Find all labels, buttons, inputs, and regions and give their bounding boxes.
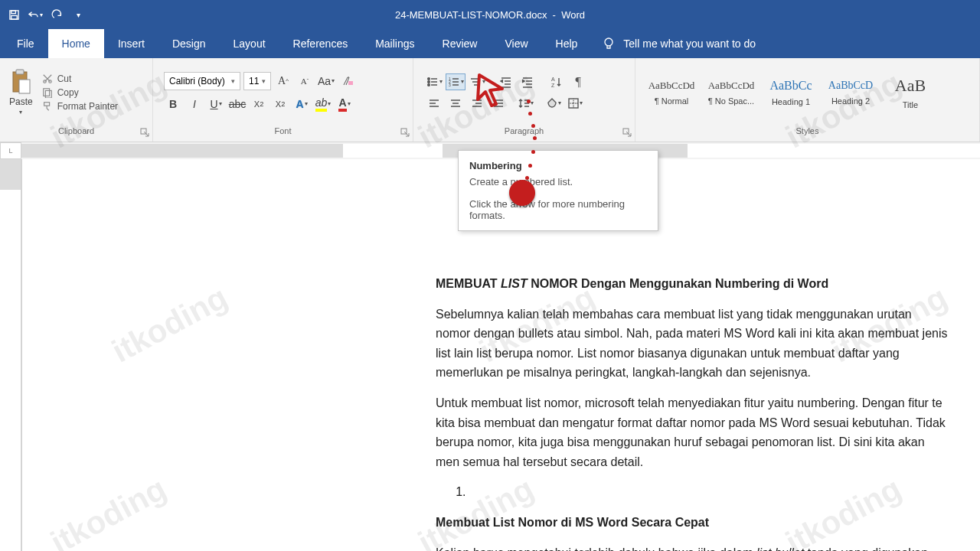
tell-me-search[interactable]: Tell me what you want to do [591,29,766,58]
numbering-tooltip: Numbering Create a numbered list. Click … [458,150,658,231]
vertical-ruler[interactable] [0,159,21,551]
align-center-button[interactable] [446,95,466,112]
undo-icon[interactable]: ▾ [24,4,46,25]
tab-help[interactable]: Help [542,29,592,58]
style-heading-1[interactable]: AaBbCcHeading 1 [761,67,821,119]
line-spacing-button[interactable]: ▾ [516,95,536,112]
list-item [469,482,949,502]
change-case-button[interactable]: Aa [317,72,335,90]
align-left-button[interactable] [424,95,444,112]
doc-paragraph: Untuk membuat list nomor, microsoft tela… [436,393,949,471]
svg-rect-6 [19,80,30,93]
doc-paragraph: Sebelumnya kalian telah membahas cara me… [436,305,949,383]
font-color-button[interactable]: A [335,95,354,113]
svg-text:3: 3 [449,83,451,87]
style--no-spac-[interactable]: AaBbCcDd¶ No Spac... [701,67,761,119]
svg-rect-2 [11,15,17,19]
tab-review[interactable]: Review [429,29,492,58]
grow-font-button[interactable]: A^ [274,72,292,90]
svg-text:Z: Z [551,83,555,88]
svg-rect-11 [44,102,49,105]
window-title: 24-MEMBUAT-LIST-NOMOR.docx - Word [92,9,888,21]
sort-button[interactable]: AZ [547,73,567,90]
show-hide-marks-button[interactable]: ¶ [568,73,588,90]
highlight-color-button[interactable]: ab [314,95,332,113]
italic-button[interactable]: I [185,95,204,113]
format-painter-button[interactable]: Format Painter [42,101,118,112]
underline-button[interactable]: U [207,95,225,113]
paste-button[interactable]: Paste ▾ [5,69,38,116]
styles-group-label: Styles [796,126,819,135]
tab-view[interactable]: View [491,29,541,58]
svg-rect-13 [348,81,353,85]
redo-icon[interactable] [46,4,67,25]
font-name-combo[interactable]: Calibri (Body)▾ [164,72,240,90]
doc-paragraph: Kalian harus mengetahui terlebih dahulu … [436,543,949,551]
svg-text:A: A [551,77,555,82]
font-size-combo[interactable]: 11▾ [243,72,271,90]
font-dialog-launcher-icon[interactable] [400,128,410,137]
document-page[interactable]: MEMBUAT LIST NOMOR Dengan Menggunakan Nu… [359,174,980,551]
qat-customize-icon[interactable]: ▾ [67,4,89,25]
style--normal[interactable]: AaBbCcDd¶ Normal [642,67,701,119]
svg-point-15 [427,77,430,80]
svg-point-3 [605,38,612,46]
style-heading-2[interactable]: AaBbCcDHeading 2 [821,67,880,119]
tab-file[interactable]: File [3,29,48,58]
paragraph-group-label: Paragraph [505,126,544,135]
tab-selector-icon[interactable]: L [0,142,21,159]
align-right-button[interactable] [467,95,487,112]
clear-formatting-button[interactable] [338,72,357,90]
decrease-indent-button[interactable] [496,73,516,90]
shading-button[interactable]: ▾ [544,95,564,112]
svg-point-16 [427,80,430,83]
style-title[interactable]: AaBTitle [880,67,940,119]
tab-mailings[interactable]: Mailings [361,29,428,58]
superscript-button[interactable]: X2 [271,95,289,113]
tab-layout[interactable]: Layout [220,29,279,58]
bullets-button[interactable]: ▾ [424,73,444,90]
tab-design[interactable]: Design [158,29,220,58]
justify-button[interactable] [488,95,508,112]
save-icon[interactable] [3,4,24,25]
tab-home[interactable]: Home [48,29,104,58]
tab-references[interactable]: References [279,29,362,58]
svg-rect-5 [16,70,24,74]
borders-button[interactable]: ▾ [565,95,585,112]
paragraph-dialog-launcher-icon[interactable] [622,128,632,137]
svg-rect-1 [11,10,15,13]
shrink-font-button[interactable]: Aˇ [296,72,314,90]
svg-rect-9 [43,88,49,96]
bold-button[interactable]: B [164,95,182,113]
multilevel-list-button[interactable]: ▾ [467,73,487,90]
font-group-label: Font [274,126,291,135]
clipboard-dialog-launcher-icon[interactable] [140,128,149,137]
strikethrough-button[interactable]: abc [228,95,247,113]
copy-button[interactable]: Copy [42,87,118,98]
doc-subheading: Membuat List Nomor di MS Word Secara Cep… [436,513,949,533]
svg-point-17 [427,83,430,86]
numbering-button[interactable]: 123▾ [446,73,466,90]
doc-heading: MEMBUAT LIST NOMOR Dengan Menggunakan Nu… [436,274,949,294]
clipboard-group-label: Clipboard [58,126,94,135]
svg-rect-10 [45,90,51,98]
cut-button[interactable]: Cut [42,73,118,84]
subscript-button[interactable]: X2 [250,95,268,113]
text-effects-button[interactable]: A [292,95,311,113]
tab-insert[interactable]: Insert [104,29,158,58]
increase-indent-button[interactable] [518,73,537,90]
